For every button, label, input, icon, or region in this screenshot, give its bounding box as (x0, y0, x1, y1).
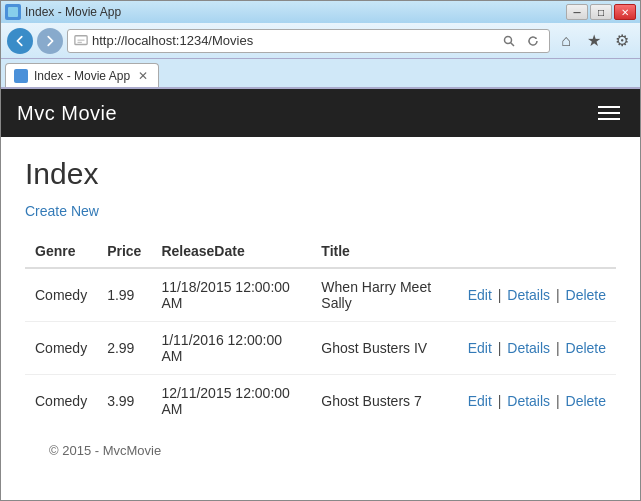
window-frame: Index - Movie App ─ □ ✕ ⌂ ★ ⚙ (0, 0, 641, 501)
sep-2: | (556, 393, 564, 409)
details-link[interactable]: Details (507, 340, 550, 356)
sep-1: | (498, 287, 506, 303)
cell-actions: Edit | Details | Delete (458, 322, 616, 375)
cell-releasedate: 12/11/2015 12:00:00 AM (151, 375, 311, 428)
close-button[interactable]: ✕ (614, 4, 636, 20)
tab-close-button[interactable]: ✕ (136, 69, 150, 83)
back-button[interactable] (7, 28, 33, 54)
svg-point-2 (505, 36, 512, 43)
delete-link[interactable]: Delete (566, 393, 606, 409)
svg-rect-0 (8, 7, 18, 17)
tab-bar: Index - Movie App ✕ (1, 59, 640, 87)
minimize-button[interactable]: ─ (566, 4, 588, 20)
home-button[interactable]: ⌂ (554, 29, 578, 53)
cell-price: 3.99 (97, 375, 151, 428)
cell-releasedate: 1/11/2016 12:00:00 AM (151, 322, 311, 375)
cell-title: Ghost Busters IV (311, 322, 457, 375)
page-footer: © 2015 - MvcMovie (25, 427, 616, 474)
delete-link[interactable]: Delete (566, 340, 606, 356)
browser-content: Mvc Movie Index Create New Genre Price R… (1, 87, 640, 500)
cell-price: 2.99 (97, 322, 151, 375)
sep-1: | (498, 340, 506, 356)
forward-button[interactable] (37, 28, 63, 54)
edit-link[interactable]: Edit (468, 393, 492, 409)
edit-link[interactable]: Edit (468, 340, 492, 356)
cell-title: When Harry Meet Sally (311, 268, 457, 322)
col-price: Price (97, 235, 151, 268)
maximize-button[interactable]: □ (590, 4, 612, 20)
hamburger-line-1 (598, 106, 620, 108)
table-row: Comedy 3.99 12/11/2015 12:00:00 AM Ghost… (25, 375, 616, 428)
tab-label: Index - Movie App (34, 69, 130, 83)
cell-actions: Edit | Details | Delete (458, 268, 616, 322)
col-title: Title (311, 235, 457, 268)
col-releasedate: ReleaseDate (151, 235, 311, 268)
sep-2: | (556, 340, 564, 356)
edit-link[interactable]: Edit (468, 287, 492, 303)
cell-genre: Comedy (25, 375, 97, 428)
favorites-button[interactable]: ★ (582, 29, 606, 53)
title-bar-left: Index - Movie App (5, 4, 121, 20)
tab-favicon (14, 69, 28, 83)
window-icon (5, 4, 21, 20)
col-genre: Genre (25, 235, 97, 268)
delete-link[interactable]: Delete (566, 287, 606, 303)
page-content: Index Create New Genre Price ReleaseDate… (1, 137, 640, 500)
cell-price: 1.99 (97, 268, 151, 322)
details-link[interactable]: Details (507, 393, 550, 409)
cell-genre: Comedy (25, 268, 97, 322)
page-title: Index (25, 157, 616, 191)
cell-actions: Edit | Details | Delete (458, 375, 616, 428)
table-row: Comedy 2.99 1/11/2016 12:00:00 AM Ghost … (25, 322, 616, 375)
refresh-button[interactable] (523, 31, 543, 51)
settings-button[interactable]: ⚙ (610, 29, 634, 53)
address-input-wrap (67, 29, 550, 53)
address-bar: ⌂ ★ ⚙ (1, 23, 640, 59)
hamburger-menu[interactable] (594, 102, 624, 124)
title-bar: Index - Movie App ─ □ ✕ (1, 1, 640, 23)
cell-genre: Comedy (25, 322, 97, 375)
create-new-link[interactable]: Create New (25, 203, 99, 219)
address-input[interactable] (92, 33, 495, 48)
cell-title: Ghost Busters 7 (311, 375, 457, 428)
movies-table: Genre Price ReleaseDate Title Comedy 1.9… (25, 235, 616, 427)
app-brand: Mvc Movie (17, 102, 117, 125)
window-title: Index - Movie App (25, 5, 121, 19)
table-row: Comedy 1.99 11/18/2015 12:00:00 AM When … (25, 268, 616, 322)
sep-1: | (498, 393, 506, 409)
window-controls: ─ □ ✕ (566, 4, 636, 20)
right-nav-buttons: ⌂ ★ ⚙ (554, 29, 634, 53)
hamburger-line-3 (598, 118, 620, 120)
active-tab[interactable]: Index - Movie App ✕ (5, 63, 159, 87)
table-header-row: Genre Price ReleaseDate Title (25, 235, 616, 268)
sep-2: | (556, 287, 564, 303)
app-navbar: Mvc Movie (1, 89, 640, 137)
svg-line-3 (511, 42, 515, 46)
cell-releasedate: 11/18/2015 12:00:00 AM (151, 268, 311, 322)
search-button[interactable] (499, 31, 519, 51)
hamburger-line-2 (598, 112, 620, 114)
col-actions (458, 235, 616, 268)
details-link[interactable]: Details (507, 287, 550, 303)
